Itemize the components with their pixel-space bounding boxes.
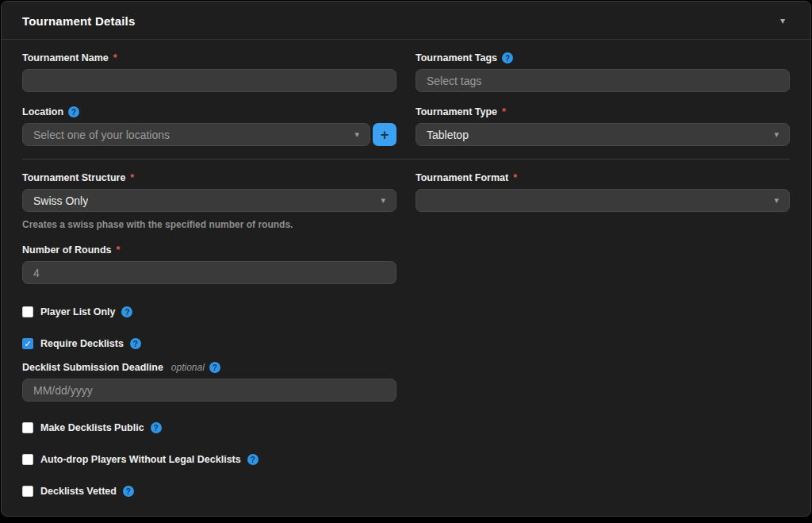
number-of-rounds-input[interactable] [22, 261, 396, 284]
tournament-name-input[interactable] [22, 69, 396, 92]
caret-down-icon: ▾ [774, 196, 779, 205]
tournament-tags-field: Tournament Tags ? [416, 52, 790, 92]
tournament-details-panel: Tournament Details ▾ Tournament Name * T… [1, 1, 811, 517]
player-list-only-row: ✓ Player List Only ? [22, 306, 790, 317]
tournament-name-field: Tournament Name * [22, 52, 396, 92]
decklists-vetted-label: Decklists Vetted ? [40, 486, 134, 497]
help-icon[interactable]: ? [121, 306, 132, 317]
decklists-vetted-checkbox[interactable]: ✓ [22, 486, 33, 497]
tournament-type-select-value: Tabletop [427, 129, 469, 141]
auto-drop-players-checkbox[interactable]: ✓ [22, 454, 33, 465]
panel-content: Tournament Name * Tournament Tags ? Loca… [2, 40, 810, 517]
section-divider [22, 159, 790, 160]
required-marker: * [130, 172, 134, 183]
make-decklists-public-row: ✓ Make Decklists Public ? [22, 422, 790, 433]
decklist-deadline-field: Decklist Submission Deadline optional ? [22, 362, 396, 402]
decklist-deadline-input[interactable] [22, 379, 396, 402]
check-icon: ✓ [24, 340, 31, 348]
caret-down-icon: ▾ [774, 130, 779, 139]
location-field: Location ? Select one of your locations … [22, 106, 396, 146]
player-list-only-checkbox[interactable]: ✓ [22, 306, 33, 317]
chevron-down-icon: ▾ [780, 15, 785, 26]
caret-down-icon: ▾ [381, 196, 385, 205]
caret-down-icon: ▾ [354, 130, 359, 139]
tournament-type-label: Tournament Type * [416, 106, 790, 117]
plus-icon: + [381, 128, 389, 142]
tournament-format-field: Tournament Format * ▾ [416, 172, 790, 230]
help-icon[interactable]: ? [151, 422, 162, 433]
required-marker: * [113, 52, 117, 63]
panel-header: Tournament Details ▾ [2, 2, 810, 40]
tournament-structure-select-value: Swiss Only [33, 194, 88, 207]
structure-helper-text: Creates a swiss phase with the specified… [22, 219, 396, 230]
help-icon[interactable]: ? [130, 338, 141, 349]
player-list-only-label: Player List Only ? [40, 306, 132, 317]
required-marker: * [513, 172, 517, 183]
make-decklists-public-label: Make Decklists Public ? [40, 422, 162, 433]
help-icon[interactable]: ? [502, 52, 513, 63]
help-icon[interactable]: ? [209, 362, 220, 373]
tournament-format-label: Tournament Format * [416, 172, 790, 183]
location-select[interactable]: Select one of your locations ▾ [22, 123, 370, 146]
required-marker: * [502, 106, 506, 117]
make-decklists-public-checkbox[interactable]: ✓ [22, 422, 33, 433]
tournament-structure-label: Tournament Structure * [22, 172, 396, 183]
help-icon[interactable]: ? [68, 106, 79, 117]
tournament-structure-field: Tournament Structure * Swiss Only ▾ Crea… [22, 172, 396, 230]
optional-text: optional [171, 362, 205, 373]
location-label: Location ? [22, 106, 396, 117]
require-decklists-row: ✓ Require Decklists ? [22, 338, 790, 349]
tournament-format-select[interactable]: ▾ [416, 189, 790, 212]
tournament-tags-input[interactable] [416, 69, 790, 92]
tournament-tags-label: Tournament Tags ? [416, 52, 790, 63]
auto-drop-players-row: ✓ Auto-drop Players Without Legal Deckli… [22, 454, 790, 465]
number-of-rounds-field: Number of Rounds * [22, 244, 396, 284]
tournament-type-field: Tournament Type * Tabletop ▾ [416, 106, 790, 146]
decklists-vetted-row: ✓ Decklists Vetted ? [22, 486, 790, 497]
tournament-type-select[interactable]: Tabletop ▾ [416, 123, 790, 146]
tournament-name-label: Tournament Name * [22, 52, 396, 63]
number-of-rounds-label: Number of Rounds * [22, 244, 396, 256]
require-decklists-checkbox[interactable]: ✓ [22, 338, 33, 349]
decklist-deadline-label: Decklist Submission Deadline optional ? [22, 362, 396, 373]
require-decklists-label: Require Decklists ? [40, 338, 141, 349]
required-marker: * [117, 244, 121, 256]
tournament-structure-select[interactable]: Swiss Only ▾ [22, 189, 396, 212]
help-icon[interactable]: ? [247, 454, 259, 465]
help-icon[interactable]: ? [123, 486, 134, 497]
auto-drop-players-label: Auto-drop Players Without Legal Decklist… [40, 454, 259, 465]
location-select-value: Select one of your locations [33, 129, 170, 141]
panel-title: Tournament Details [22, 14, 136, 28]
add-location-button[interactable]: + [373, 123, 396, 146]
collapse-panel-button[interactable]: ▾ [776, 13, 790, 29]
